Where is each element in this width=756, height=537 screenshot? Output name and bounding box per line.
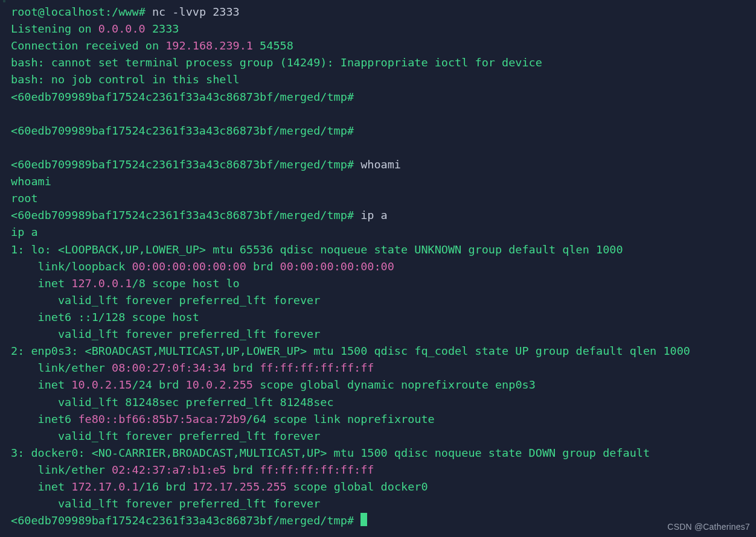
cursor-block[interactable] — [360, 513, 367, 526]
valid-lft: valid_lft forever preferred_lft forever — [11, 292, 756, 309]
shell-prompt: <60edb709989baf17524c2361f33a43c86873bf/… — [11, 89, 756, 106]
output-whoami: root — [11, 190, 756, 207]
valid-lft: valid_lft forever preferred_lft forever — [11, 326, 756, 343]
iface-docker0-link: link/ether 02:42:37:a7:b1:e5 brd ff:ff:f… — [11, 462, 756, 478]
iface-enp0s3-inet6: inet6 fe80::bf66:85b7:5aca:72b9/64 scope… — [11, 411, 756, 428]
prompt-line: root@localhost:/www# nc -lvvp 2333 — [11, 4, 756, 21]
output-bash-error: bash: no job control in this shell — [11, 71, 756, 88]
output-bash-error: bash: cannot set terminal process group … — [11, 54, 756, 71]
valid-lft: valid_lft forever preferred_lft forever — [11, 495, 756, 512]
iface-docker0: 3: docker0: <NO-CARRIER,BROADCAST,MULTIC… — [11, 445, 756, 462]
iface-lo-link: link/loopback 00:00:00:00:00:00 brd 00:0… — [11, 258, 756, 275]
iface-enp0s3: 2: enp0s3: <BROADCAST,MULTICAST,UP,LOWER… — [11, 343, 756, 360]
valid-lft: valid_lft forever preferred_lft forever — [11, 428, 756, 445]
terminal-window[interactable]: root@localhost:/www# nc -lvvp 2333 Liste… — [0, 0, 756, 537]
valid-lft: valid_lft 81248sec preferred_lft 81248se… — [11, 394, 756, 411]
iface-lo-inet: inet 127.0.0.1/8 scope host lo — [11, 275, 756, 292]
shell-prompt: <60edb709989baf17524c2361f33a43c86873bf/… — [11, 207, 756, 224]
shell-prompt: <60edb709989baf17524c2361f33a43c86873bf/… — [11, 156, 756, 173]
output-listening: Listening on 0.0.0.0 2333 — [11, 21, 756, 37]
command-nc: nc -lvvp 2333 — [152, 5, 240, 18]
echo-ipa: ip a — [11, 224, 756, 241]
command-whoami: whoami — [354, 158, 401, 171]
shell-prompt: <60edb709989baf17524c2361f33a43c86873bf/… — [11, 122, 756, 139]
iface-enp0s3-link: link/ether 08:00:27:0f:34:34 brd ff:ff:f… — [11, 360, 756, 377]
output-connection: Connection received on 192.168.239.1 545… — [11, 37, 756, 54]
command-ipa: ip a — [354, 209, 388, 221]
iface-enp0s3-inet: inet 10.0.2.15/24 brd 10.0.2.255 scope g… — [11, 377, 756, 393]
iface-lo: 1: lo: <LOOPBACK,UP,LOWER_UP> mtu 65536 … — [11, 241, 756, 258]
iface-lo-inet6: inet6 ::1/128 scope host — [11, 309, 756, 326]
shell-prompt-cursor[interactable]: <60edb709989baf17524c2361f33a43c86873bf/… — [11, 512, 756, 529]
watermark: CSDN @Catherines7 — [667, 521, 750, 533]
iface-docker0-inet: inet 172.17.0.1/16 brd 172.17.255.255 sc… — [11, 478, 756, 495]
echo-whoami: whoami — [11, 173, 756, 190]
